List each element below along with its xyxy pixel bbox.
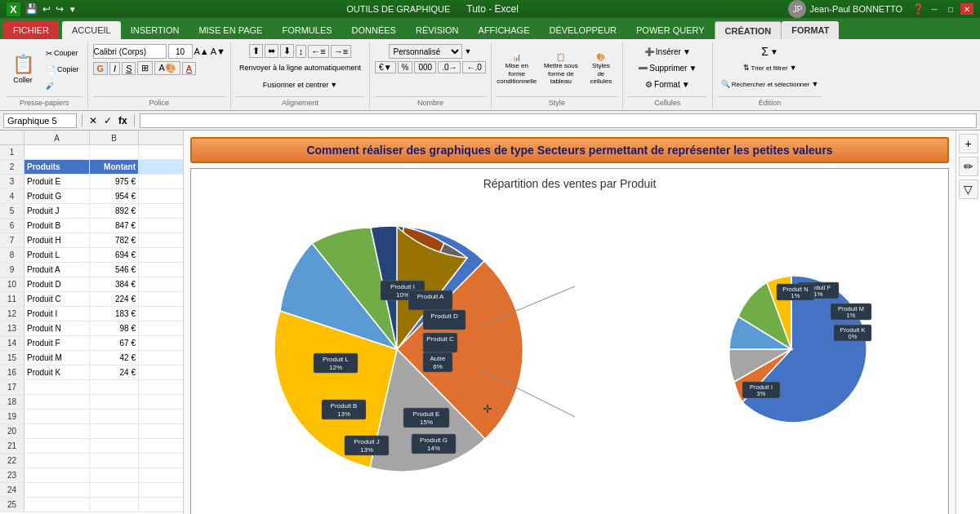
montant-cell[interactable]: 847 € [90, 219, 139, 233]
tab-developpeur[interactable]: DÉVELOPPEUR [540, 21, 627, 39]
tab-formules[interactable]: FORMULES [272, 21, 341, 39]
montant-cell[interactable]: 892 € [90, 204, 139, 218]
coller-button[interactable]: 📋 Coller [7, 47, 39, 92]
underline-button[interactable]: S [122, 62, 136, 75]
empty-cell[interactable] [90, 395, 139, 409]
tab-format[interactable]: FORMAT [782, 21, 839, 39]
quick-access-more[interactable]: ▼ [69, 5, 77, 14]
cell-a2[interactable]: Produits [24, 160, 90, 174]
thousands-button[interactable]: 000 [414, 61, 436, 73]
font-size-increase[interactable]: A▲ [194, 47, 209, 56]
produit-cell[interactable]: Produit E [24, 175, 90, 188]
cell-a1[interactable] [24, 145, 90, 159]
empty-cell[interactable] [24, 483, 90, 497]
bold-button[interactable]: G [93, 62, 109, 75]
inserer-button[interactable]: ➕ Insérer ▼ [641, 44, 694, 59]
empty-cell[interactable] [24, 395, 90, 409]
indent-increase-button[interactable]: →≡ [331, 45, 351, 58]
empty-cell[interactable] [24, 439, 90, 453]
fusionner-button[interactable]: Fusionner et centrer ▼ [260, 78, 341, 92]
format-arrow[interactable]: ▼ [464, 47, 471, 55]
insert-function-icon[interactable]: fx [117, 115, 129, 126]
font-name-input[interactable]: Calibri (Corps) [93, 44, 167, 59]
montant-cell[interactable]: 24 € [90, 366, 139, 379]
renvoyer-button[interactable]: Renvoyer à la ligne automatiquement [236, 60, 364, 75]
empty-cell[interactable] [24, 498, 90, 512]
tab-accueil[interactable]: ACCUEIL [62, 21, 121, 39]
montant-cell[interactable]: 384 € [90, 277, 139, 291]
couper-button[interactable]: ✂ Couper [42, 46, 82, 60]
montant-cell[interactable]: 42 € [90, 351, 139, 365]
cell-b2[interactable]: Montant [90, 160, 139, 174]
minimize-button[interactable]: ─ [928, 3, 941, 15]
empty-cell[interactable] [90, 454, 139, 467]
formula-input[interactable] [140, 113, 977, 128]
currency-button[interactable]: €▼ [375, 61, 395, 73]
empty-cell[interactable] [90, 483, 139, 497]
tab-mise-en-page[interactable]: MISE EN PAGE [189, 21, 272, 39]
pointer-tool[interactable]: ✏ [959, 157, 978, 176]
cell-b1[interactable] [90, 145, 139, 159]
col-a-header[interactable]: A [24, 131, 90, 145]
reproduire-button[interactable]: 🖌 [42, 78, 82, 93]
montant-cell[interactable]: 782 € [90, 233, 139, 247]
text-direction-button[interactable]: ↕ [296, 45, 307, 58]
supprimer-button[interactable]: ➖ Supprimer ▼ [635, 60, 700, 75]
empty-cell[interactable] [90, 468, 139, 482]
mise-forme-cond-button[interactable]: 📊 Mise en forme conditionnelle [497, 47, 537, 92]
italic-button[interactable]: I [109, 62, 120, 75]
produit-cell[interactable]: Produit I [24, 307, 90, 321]
mettre-tableau-button[interactable]: 📋 Mettre sous forme de tableau [541, 47, 581, 92]
align-bottom-button[interactable]: ⬇ [280, 44, 294, 58]
confirm-formula-icon[interactable]: ✓ [102, 115, 114, 126]
montant-cell[interactable]: 975 € [90, 175, 139, 188]
sigma-button[interactable]: Σ ▼ [758, 44, 782, 59]
border-button[interactable]: ⊞ [137, 61, 153, 75]
filter-tool[interactable]: ▽ [959, 179, 978, 199]
tab-power-query[interactable]: POWER QUERY [626, 21, 715, 39]
tab-insertion[interactable]: INSERTION [121, 21, 189, 39]
close-button[interactable]: ✕ [960, 3, 973, 15]
trier-button[interactable]: ⇅ Trier et filtrer ▼ [740, 60, 800, 75]
align-top-button[interactable]: ⬆ [249, 44, 263, 58]
produit-cell[interactable]: Produit D [24, 277, 90, 291]
produit-cell[interactable]: Produit J [24, 204, 90, 218]
empty-cell[interactable] [24, 454, 90, 467]
tab-fichier[interactable]: FICHIER [3, 21, 59, 39]
produit-cell[interactable]: Produit N [24, 321, 90, 335]
empty-cell[interactable] [90, 439, 139, 453]
montant-cell[interactable]: 694 € [90, 248, 139, 262]
decimal-increase-button[interactable]: .0→ [438, 61, 461, 73]
copier-button[interactable]: 📄 Copier [42, 62, 82, 77]
format-select[interactable]: Personnalisé [389, 44, 462, 59]
produit-cell[interactable]: Produit A [24, 263, 90, 277]
tab-creation[interactable]: CRÉATION [715, 21, 782, 39]
tab-donnees[interactable]: DONNÉES [342, 21, 406, 39]
restore-button[interactable]: □ [944, 3, 957, 15]
small-pie-chart[interactable]: Produit F 1% Produit M 1% Produit K 0% P… [710, 268, 873, 431]
decimal-decrease-button[interactable]: ←.0 [462, 61, 485, 73]
montant-cell[interactable]: 98 € [90, 321, 139, 335]
styles-cellules-button[interactable]: 🎨 Styles de cellules [585, 47, 617, 92]
zoom-in-tool[interactable]: + [959, 134, 978, 153]
produit-cell[interactable]: Produit K [24, 366, 90, 379]
tab-revision[interactable]: RÉVISION [406, 21, 469, 39]
font-color-button[interactable]: A [182, 62, 196, 75]
cancel-formula-icon[interactable]: ✕ [87, 115, 99, 126]
percent-button[interactable]: % [398, 61, 413, 73]
col-b-header[interactable]: B [90, 131, 139, 145]
produit-cell[interactable]: Produit G [24, 189, 90, 203]
tab-affichage[interactable]: AFFICHAGE [469, 21, 540, 39]
quick-access-save[interactable]: 💾 [25, 3, 38, 15]
produit-cell[interactable]: Produit C [24, 292, 90, 306]
montant-cell[interactable]: 67 € [90, 336, 139, 350]
font-size-decrease[interactable]: A▼ [211, 47, 225, 56]
montant-cell[interactable]: 183 € [90, 307, 139, 321]
indent-decrease-button[interactable]: ←≡ [308, 45, 328, 58]
montant-cell[interactable]: 954 € [90, 189, 139, 203]
produit-cell[interactable]: Produit H [24, 233, 90, 247]
produit-cell[interactable]: Produit B [24, 219, 90, 233]
chart-frame[interactable]: Répartition des ventes par Produit [190, 168, 949, 514]
produit-cell[interactable]: Produit M [24, 351, 90, 365]
empty-cell[interactable] [90, 424, 139, 438]
